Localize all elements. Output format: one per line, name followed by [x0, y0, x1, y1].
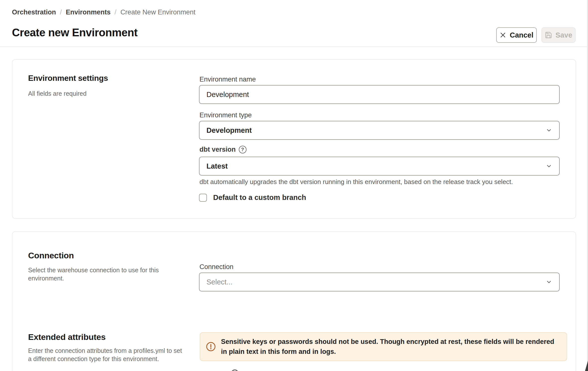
environment-type-select[interactable]: Development: [199, 121, 560, 140]
header-divider: [0, 46, 588, 47]
chevron-down-icon: [546, 163, 552, 169]
extended-attributes-title: Extended attributes: [28, 332, 106, 342]
connection-select-label: Connection: [199, 263, 234, 271]
save-icon: [545, 31, 552, 39]
warning-text: Sensitive keys or passwords should not b…: [221, 337, 561, 357]
page-title: Create new Environment: [12, 26, 138, 39]
connection-title: Connection: [28, 251, 74, 260]
environment-name-input[interactable]: [199, 85, 560, 104]
custom-branch-checkbox[interactable]: [199, 194, 207, 202]
custom-branch-row: Default to a custom branch: [199, 193, 306, 202]
dbt-version-label: dbt version: [199, 146, 236, 153]
breadcrumb-orchestration[interactable]: Orchestration: [12, 8, 56, 16]
chevron-down-icon: [546, 279, 552, 285]
breadcrumb-environments[interactable]: Environments: [66, 8, 111, 16]
connection-select[interactable]: Select...: [199, 273, 560, 291]
sensitive-keys-warning: Sensitive keys or passwords should not b…: [200, 332, 567, 361]
extended-attributes-subtitle: Enter the connection attributes from a p…: [28, 347, 182, 363]
close-icon: [499, 32, 506, 39]
warning-icon: [206, 341, 216, 352]
connection-subtitle: Select the warehouse connection to use f…: [28, 266, 169, 282]
custom-branch-label: Default to a custom branch: [213, 193, 306, 202]
dbt-version-select[interactable]: Latest: [199, 157, 560, 176]
chevron-down-icon: [546, 127, 552, 134]
connection-select-placeholder: Select...: [206, 278, 233, 286]
dbt-version-help-text: dbt automatically upgrades the dbt versi…: [199, 178, 513, 186]
breadcrumb-current-page: Create New Environment: [120, 8, 196, 16]
environment-name-label: Environment name: [199, 76, 256, 83]
environment-settings-subtitle: All fields are required: [28, 90, 87, 98]
breadcrumb-separator: /: [60, 8, 62, 16]
save-button[interactable]: Save: [541, 27, 576, 43]
environment-type-value: Development: [206, 126, 252, 135]
breadcrumb-separator: /: [115, 8, 117, 16]
dbt-version-label-row: dbt version ?: [199, 146, 246, 153]
create-environment-page: Orchestration / Environments / Create Ne…: [0, 0, 588, 371]
environment-settings-title: Environment settings: [28, 74, 108, 83]
help-icon[interactable]: ?: [239, 146, 246, 153]
breadcrumb: Orchestration / Environments / Create Ne…: [12, 8, 196, 16]
dbt-version-value: Latest: [206, 162, 228, 170]
environment-type-label: Environment type: [199, 111, 252, 119]
right-edge-strip: [587, 0, 588, 371]
cancel-button[interactable]: Cancel: [496, 27, 537, 43]
save-button-label: Save: [555, 31, 572, 39]
cancel-button-label: Cancel: [510, 31, 533, 39]
